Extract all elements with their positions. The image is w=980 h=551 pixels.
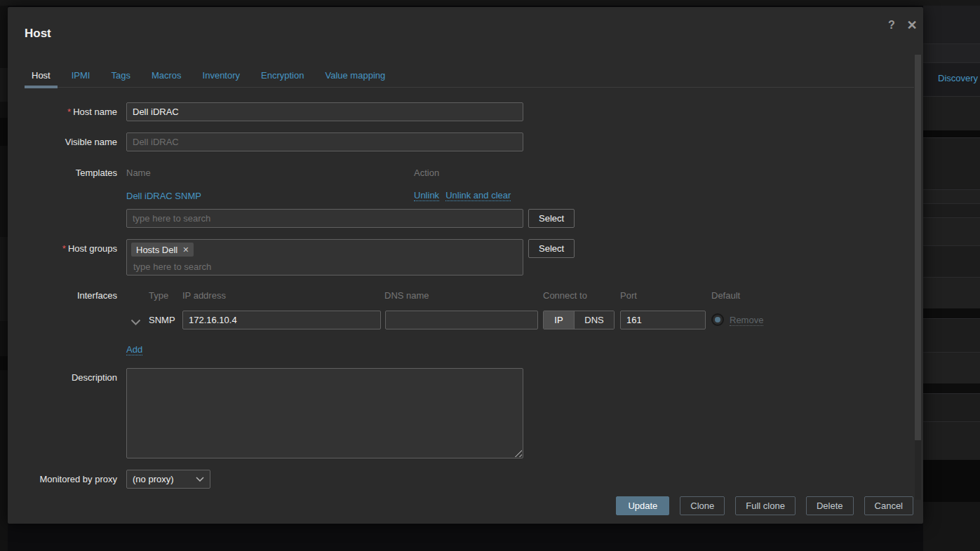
close-icon[interactable]: ✕ xyxy=(904,18,920,33)
radio-dot xyxy=(715,317,720,322)
cancel-button[interactable]: Cancel xyxy=(864,496,913,515)
host-name-label: *Host name xyxy=(25,102,126,121)
background-row xyxy=(0,356,8,370)
full-clone-button[interactable]: Full clone xyxy=(735,496,796,515)
host-groups-label: *Host groups xyxy=(25,239,126,276)
proxy-selected-value: (no proxy) xyxy=(133,474,174,484)
background-row xyxy=(923,96,980,130)
background-top-strip xyxy=(0,0,980,6)
host-groups-multiselect[interactable]: Hosts Dell ✕ type here to search xyxy=(126,239,523,276)
scrollbar-thumb[interactable] xyxy=(915,55,921,440)
dialog-tabbar: Host IPMI Tags Macros Inventory Encrypti… xyxy=(25,67,914,88)
update-button[interactable]: Update xyxy=(616,496,669,515)
interface-ip-input[interactable] xyxy=(182,311,381,329)
dialog-scrollbar[interactable] xyxy=(915,55,921,500)
dialog-title: Host xyxy=(25,27,51,41)
template-select-button[interactable]: Select xyxy=(528,209,575,228)
background-row xyxy=(923,352,980,383)
host-form: *Host name Visible name Templates Name A… xyxy=(25,102,908,501)
connect-to-toggle: IP DNS xyxy=(543,311,615,329)
background-row xyxy=(923,217,980,245)
host-groups-select-button[interactable]: Select xyxy=(528,239,575,258)
description-textarea[interactable] xyxy=(126,368,523,458)
background-row xyxy=(0,68,8,102)
tab-ipmi[interactable]: IPMI xyxy=(65,67,98,87)
background-row xyxy=(923,189,980,203)
background-divider xyxy=(923,383,980,393)
background-row: Discovery xyxy=(923,62,980,96)
host-name-input[interactable] xyxy=(126,102,523,121)
background-row xyxy=(923,245,980,277)
delete-button[interactable]: Delete xyxy=(806,496,854,515)
host-group-chip: Hosts Dell ✕ xyxy=(131,243,194,257)
host-dialog: Host ? ✕ Host IPMI Tags Macros Inventory… xyxy=(8,7,923,524)
background-row xyxy=(923,6,980,43)
if-dns-header: DNS name xyxy=(384,290,429,301)
background-row xyxy=(923,460,980,502)
templates-label: Templates xyxy=(25,168,126,228)
description-label: Description xyxy=(25,368,126,458)
background-row xyxy=(923,393,980,421)
visible-name-input[interactable] xyxy=(126,132,523,151)
chevron-down-icon xyxy=(196,477,204,482)
interface-type-label: SNMP xyxy=(149,315,175,325)
if-default-header: Default xyxy=(711,290,740,301)
clone-button[interactable]: Clone xyxy=(680,496,725,515)
template-search-input[interactable] xyxy=(126,209,523,228)
proxy-label: Monitored by proxy xyxy=(25,470,126,489)
template-link[interactable]: Dell iDRAC SNMP xyxy=(126,191,201,201)
connect-ip-button[interactable]: IP xyxy=(544,311,574,329)
default-radio[interactable] xyxy=(711,313,724,326)
interface-row: SNMP IP DNS Remove xyxy=(126,311,142,331)
tab-value-mapping[interactable]: Value mapping xyxy=(318,67,392,87)
required-asterisk: * xyxy=(62,243,66,254)
dialog-footer: Update Clone Full clone Delete Cancel xyxy=(616,496,913,515)
interfaces-label: Interfaces xyxy=(25,290,126,355)
unlink-and-clear-link[interactable]: Unlink and clear xyxy=(445,190,511,201)
interface-remove-link: Remove xyxy=(730,315,763,326)
tab-macros[interactable]: Macros xyxy=(145,67,189,87)
if-port-header: Port xyxy=(620,290,637,301)
tab-inventory[interactable]: Inventory xyxy=(196,67,247,87)
visible-name-label: Visible name xyxy=(25,132,126,151)
chip-remove-icon[interactable]: ✕ xyxy=(182,245,189,254)
background-row xyxy=(923,318,980,352)
background-discovery-link[interactable]: Discovery xyxy=(938,73,978,83)
host-group-chip-label: Hosts Dell xyxy=(136,245,177,255)
background-divider xyxy=(923,308,980,318)
interface-dns-input[interactable] xyxy=(385,311,538,329)
background-table: Discovery xyxy=(923,6,980,551)
help-icon[interactable]: ? xyxy=(885,19,899,33)
chevron-down-icon[interactable] xyxy=(130,317,141,327)
unlink-link[interactable]: Unlink xyxy=(414,190,439,201)
if-ip-header: IP address xyxy=(182,290,226,301)
background-left-strip xyxy=(0,6,8,551)
tab-tags[interactable]: Tags xyxy=(104,67,137,87)
background-row xyxy=(923,43,980,62)
proxy-select[interactable]: (no proxy) xyxy=(126,470,210,489)
linked-template-row: Dell iDRAC SNMP Unlink Unlink and clear xyxy=(126,189,575,203)
background-row xyxy=(923,137,980,189)
tab-host[interactable]: Host xyxy=(25,67,58,87)
required-asterisk: * xyxy=(67,107,71,117)
background-row xyxy=(923,277,980,308)
if-connect-header: Connect to xyxy=(543,290,587,301)
connect-dns-button[interactable]: DNS xyxy=(574,311,614,329)
host-groups-search-placeholder: type here to search xyxy=(131,261,518,272)
if-type-header: Type xyxy=(149,290,168,301)
background-row xyxy=(923,203,980,217)
interface-port-input[interactable] xyxy=(620,311,706,329)
background-row xyxy=(0,237,8,321)
tab-encryption[interactable]: Encryption xyxy=(254,67,311,87)
background-row xyxy=(923,421,980,460)
templates-action-header: Action xyxy=(414,168,439,180)
background-divider xyxy=(923,130,980,137)
add-interface-link[interactable]: Add xyxy=(126,344,142,355)
background-row xyxy=(0,118,8,146)
templates-name-header: Name xyxy=(126,168,414,180)
